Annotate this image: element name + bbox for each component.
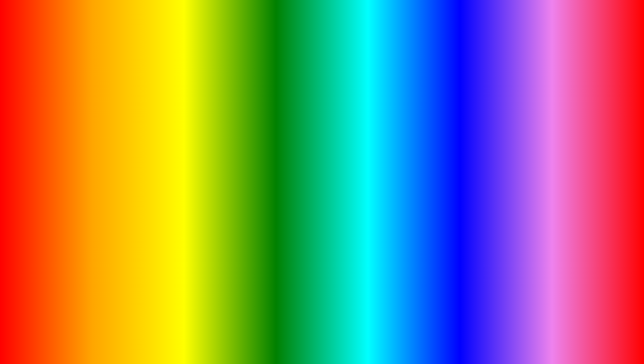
other-divider-label: Other xyxy=(111,157,125,161)
auto-next-island-row: Auto Next Island xyxy=(486,176,614,184)
kill-aura-checkbox[interactable] xyxy=(608,189,613,195)
main-divider-label: Main xyxy=(112,142,125,146)
left-panel-subheader: XxArSendxX Hr(s) : 0 Min(s) : 4 Sec(s) :… xyxy=(27,118,183,130)
select-mode-label: Select Mode Farm : Level Farm xyxy=(60,151,111,155)
right-nav-stats[interactable]: Stats xyxy=(454,139,482,149)
kill-aura-row: Kill Aura xyxy=(486,188,614,196)
right-hrs: Hr(s) : 0 Min(s) : 4 Sec(s) : 33 xyxy=(469,124,513,128)
ground-orange xyxy=(272,257,372,324)
other-divider: Other xyxy=(57,160,180,160)
right-panel-header: POINT HUB Blox Fruit Update 18 [Time] : … xyxy=(454,111,617,118)
left-panel-main: Stop Teleport Main Select Mode Farm : Le… xyxy=(54,130,183,197)
right-ping: [Ping] : 89.662 (19%CV) xyxy=(578,122,614,126)
right-avatar xyxy=(457,119,466,128)
svg-point-10 xyxy=(365,107,369,110)
left-panel-container: POINT HUB Blox Fruit Update 18 [Time] : … xyxy=(27,110,184,217)
right-hub-name: POINT HUB xyxy=(457,113,475,116)
nav-stats[interactable]: Stats xyxy=(27,168,54,178)
left-time: [Time] : 11:12:53 xyxy=(138,113,163,116)
right-nav-fruit-esp[interactable]: Fruit+Esp xyxy=(454,178,482,188)
select-dungeon-label: Select Dungeon : Bird: Phoenix xyxy=(489,143,540,147)
left-fps: [FPS] : 40 xyxy=(166,113,180,116)
stop-teleport-button[interactable]: Stop Teleport xyxy=(57,132,180,142)
right-nav-race-v4[interactable]: Race V4 xyxy=(454,130,482,139)
bf-logo-area: 💀 BLOX FRUITS xyxy=(531,323,617,357)
svg-point-7 xyxy=(265,108,269,112)
auto-start-dungeon-row: Auto Start Dungeon xyxy=(486,163,614,171)
nav-main[interactable]: Main xyxy=(27,130,54,139)
left-username: XxArSendxX xyxy=(42,120,84,124)
kill-aura-label: Kill Aura xyxy=(486,190,501,194)
right-nav-dungeon[interactable]: Dungeon xyxy=(454,168,482,178)
svg-point-12 xyxy=(432,110,436,114)
svg-point-6 xyxy=(232,107,236,110)
auto-buy-chip-row: Auto Buy Chip Dungeon xyxy=(486,151,614,159)
left-ping: [Ping] : 82.3284 (19%CV) xyxy=(142,122,180,126)
svg-point-5 xyxy=(198,108,202,112)
right-fps: [FPS] : 42 xyxy=(599,113,614,116)
char-energy-effect xyxy=(319,204,325,230)
auto-start-checkbox[interactable] xyxy=(608,165,613,170)
select-mode-dropdown[interactable]: Select Mode Farm : Level Farm ▼ xyxy=(57,149,180,157)
skull-icon: 💀 xyxy=(531,330,552,350)
right-nav-player[interactable]: Player xyxy=(454,149,482,159)
svg-point-14 xyxy=(499,107,503,110)
separator2 xyxy=(486,173,614,174)
auto-buy-chip-label: Auto Buy Chip Dungeon xyxy=(486,153,529,157)
select-mode-arrow: ▼ xyxy=(174,151,177,155)
left-game-panel: POINT HUB Blox Fruit Update 18 [Time] : … xyxy=(27,110,184,217)
dungeon-notice: Use in Dungeon Only ! xyxy=(486,132,614,139)
auto-buy-chip-checkbox[interactable] xyxy=(608,152,613,158)
main-title: BLOX FRUITS xyxy=(148,7,497,60)
right-nav-shop[interactable]: Shop xyxy=(454,188,482,197)
start-auto-farm-label: Start Auto Farm xyxy=(57,165,85,170)
start-auto-farm-row: Start Auto Farm xyxy=(57,164,180,172)
select-monster-label: Select Monster : xyxy=(60,176,86,180)
svg-point-11 xyxy=(398,108,402,112)
game-character xyxy=(295,94,349,220)
right-game-panel: POINT HUB Blox Fruit Update 18 [Time] : … xyxy=(454,110,617,217)
script-pastebin-title: SCRIPT PASTEBIN xyxy=(315,321,540,349)
right-panel-sidebar: Race V4 Stats Player Teleport Dungeon Fr… xyxy=(454,130,483,199)
char-head xyxy=(310,94,334,117)
bf-logo-blox: BLOX xyxy=(555,323,617,340)
left-hrs: Hr(s) : 0 Min(s) : 4 Sec(s) : 2 xyxy=(42,124,84,128)
right-username: XxArSendxX xyxy=(469,120,513,124)
left-panel-body: Main Settings Weapons Race V4 Stats Play… xyxy=(27,130,183,197)
right-nav-teleport[interactable]: Teleport xyxy=(454,159,482,168)
right-panel-main: Use in Dungeon Only ! Select Dungeon : B… xyxy=(483,130,617,199)
bf-logo-fruits: FRUITS xyxy=(555,340,617,357)
select-monster-arrow: ▼ xyxy=(174,176,177,180)
right-panel-container: POINT HUB Blox Fruit Update 18 [Time] : … xyxy=(454,110,617,217)
nav-settings[interactable]: Settings xyxy=(27,139,54,149)
select-monster-dropdown[interactable]: Select Monster : ▼ xyxy=(57,174,180,182)
select-dungeon-arrow: ▼ xyxy=(608,143,611,147)
left-avatar xyxy=(30,119,39,128)
pink-tent-body xyxy=(514,264,574,297)
auto-farm-title: AUTO FARM xyxy=(104,316,308,354)
separator1 xyxy=(486,161,614,161)
right-time: [Time] : 11:13:25 xyxy=(572,113,597,116)
left-hub-name: POINT HUB xyxy=(30,113,48,116)
nav-player[interactable]: Player xyxy=(27,178,54,188)
separator3 xyxy=(486,186,614,186)
left-panel-sidebar: Main Settings Weapons Race V4 Stats Play… xyxy=(27,130,54,197)
nav-teleport[interactable]: Teleport xyxy=(27,188,54,197)
nav-race-v4[interactable]: Race V4 xyxy=(27,159,54,168)
auto-next-island-checkbox[interactable] xyxy=(608,177,613,182)
nav-weapons[interactable]: Weapons xyxy=(27,149,54,159)
svg-point-18 xyxy=(632,107,636,111)
right-panel-body: Race V4 Stats Player Teleport Dungeon Fr… xyxy=(454,130,617,199)
select-dungeon-dropdown[interactable]: Select Dungeon : Bird: Phoenix ▼ xyxy=(486,141,614,149)
title-area: BLOX FRUITS xyxy=(0,7,644,60)
left-panel-header: POINT HUB Blox Fruit Update 18 [Time] : … xyxy=(27,111,183,118)
right-game-title: Blox Fruit Update 18 xyxy=(478,112,514,116)
right-panel-subheader: XxArSendxX Hr(s) : 0 Min(s) : 4 Sec(s) :… xyxy=(454,118,617,130)
left-game-title: Blox Fruit Update 18 xyxy=(51,112,87,116)
start-auto-farm-checkbox[interactable] xyxy=(174,165,180,170)
auto-next-island-label: Auto Next Island xyxy=(486,177,516,182)
auto-start-label: Auto Start Dungeon xyxy=(486,165,521,170)
main-divider: Main xyxy=(57,145,180,145)
